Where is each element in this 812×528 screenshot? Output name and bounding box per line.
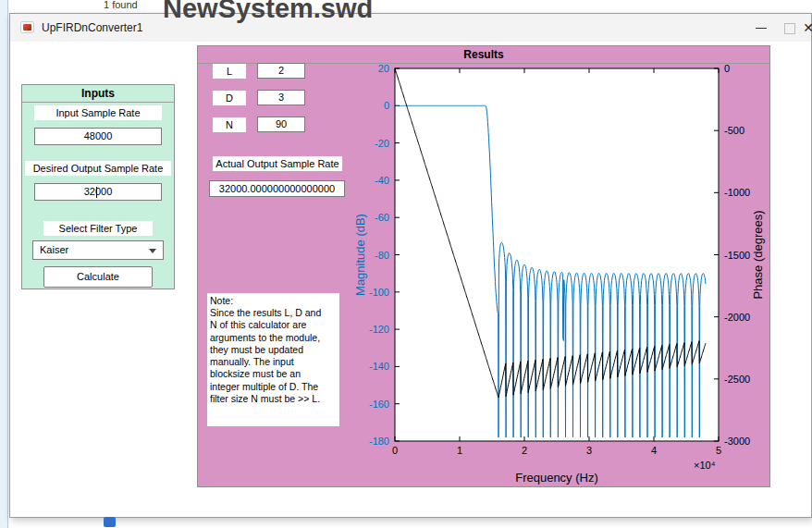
d-label: D	[213, 91, 246, 105]
svg-text:5: 5	[716, 445, 721, 456]
svg-text:-1000: -1000	[724, 187, 750, 198]
window-title: UpFIRDnConverter1	[42, 21, 142, 34]
l-label: L	[213, 64, 246, 79]
results-plot: 012345200-20-40-60-80-100-120-140-160-18…	[337, 54, 771, 488]
text-cursor	[96, 187, 97, 198]
title-bar[interactable]: UpFIRDnConverter1 ✕	[10, 14, 811, 42]
svg-text:1: 1	[457, 445, 462, 456]
svg-text:20: 20	[378, 63, 389, 74]
svg-text:-3000: -3000	[724, 436, 750, 447]
matlab-app-icon	[20, 21, 34, 33]
close-button[interactable]: ✕	[796, 14, 812, 42]
svg-text:-40: -40	[375, 175, 389, 186]
svg-text:2: 2	[522, 445, 527, 456]
l-value-field[interactable]: 2	[257, 63, 305, 79]
filter-type-value: Kaiser	[40, 244, 68, 255]
n-label: N	[213, 117, 246, 132]
svg-text:Magnitude (dB): Magnitude (dB)	[353, 214, 367, 296]
input-sample-rate-label: Input Sample Rate	[34, 105, 162, 120]
svg-text:-120: -120	[369, 324, 389, 335]
svg-text:-2000: -2000	[724, 312, 750, 323]
input-sample-rate-field[interactable]: 48000	[34, 128, 162, 145]
svg-text:-2500: -2500	[724, 374, 750, 385]
svg-text:×10⁴: ×10⁴	[694, 460, 716, 471]
desired-output-rate-label: Desired Output Sample Rate	[25, 161, 171, 176]
calculate-button[interactable]: Calculate	[43, 266, 153, 288]
inputs-panel-title: Inputs	[22, 85, 174, 103]
svg-text:-100: -100	[369, 287, 389, 298]
filter-type-label: Select Filter Type	[43, 221, 153, 236]
svg-text:-140: -140	[369, 361, 389, 372]
minimize-button[interactable]	[748, 14, 774, 42]
svg-text:-60: -60	[375, 212, 389, 223]
chevron-down-icon	[149, 249, 156, 253]
svg-text:0: 0	[724, 63, 730, 74]
svg-text:Phase (degrees): Phase (degrees)	[751, 210, 765, 299]
svg-text:0: 0	[392, 445, 398, 456]
note-text: Note: Since the results L, D and N of th…	[207, 293, 339, 426]
app-window: UpFIRDnConverter1 ✕ Inputs Input Sample …	[9, 13, 812, 518]
svg-text:-500: -500	[724, 125, 744, 136]
svg-text:0: 0	[384, 100, 389, 111]
desktop: 1 found NewSystem.swd UpFIRDnConverter1 …	[0, 0, 812, 528]
svg-text:3: 3	[586, 445, 592, 456]
svg-text:-180: -180	[369, 436, 389, 447]
actual-output-rate-label: Actual Output Sample Rate	[213, 156, 342, 171]
desired-output-rate-field[interactable]: 32000	[34, 183, 162, 201]
svg-text:4: 4	[651, 445, 657, 456]
d-value-field[interactable]: 3	[257, 90, 305, 105]
n-value-field[interactable]: 90	[257, 117, 305, 132]
filter-type-dropdown[interactable]: Kaiser	[32, 240, 164, 260]
svg-text:-20: -20	[375, 138, 389, 149]
svg-text:-1500: -1500	[724, 250, 750, 261]
svg-text:-160: -160	[369, 399, 389, 410]
results-panel: Results L 2 D 3 N 90 Actual Output Sampl…	[197, 45, 770, 487]
background-window-title: NewSystem.swd	[163, 0, 373, 24]
inputs-panel: Inputs Input Sample Rate 48000 Desired O…	[21, 84, 175, 289]
frequency-response-chart: 012345200-20-40-60-80-100-120-140-160-18…	[337, 54, 771, 488]
actual-output-rate-field[interactable]: 32000.000000000000000	[209, 180, 345, 197]
desired-output-rate-value: 32000	[84, 186, 113, 197]
background-side-strip	[0, 0, 8, 528]
svg-text:Frequency (Hz): Frequency (Hz)	[515, 471, 598, 485]
svg-text:-80: -80	[375, 250, 389, 261]
background-search-result: 1 found	[104, 0, 138, 10]
taskbar-icon[interactable]	[104, 517, 116, 527]
